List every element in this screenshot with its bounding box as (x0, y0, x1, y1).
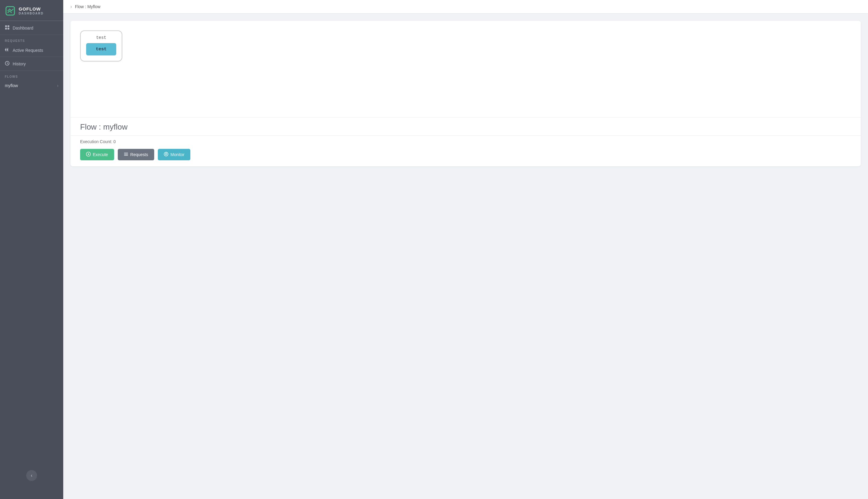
flow-title-section: Flow : myflow (71, 117, 861, 132)
execution-count-value: 0 (113, 139, 116, 144)
svg-rect-12 (124, 155, 128, 156)
svg-rect-10 (124, 153, 128, 154)
active-requests-label: Active Requests (13, 48, 43, 53)
main-content: › Flow : Myflow test test Flow : myflow … (63, 0, 868, 499)
breadcrumb-chevron-icon: › (71, 4, 72, 9)
flow-canvas: test test (71, 21, 861, 117)
execute-button[interactable]: Execute (80, 149, 114, 160)
breadcrumb: › Flow : Myflow (63, 0, 868, 14)
goflow-logo-icon (5, 5, 16, 16)
execute-icon (86, 152, 91, 157)
sidebar-item-dashboard[interactable]: Dashboard (0, 21, 63, 35)
requests-button[interactable]: Requests (118, 149, 154, 160)
dashboard-label: Dashboard (13, 26, 34, 31)
flow-node: test test (80, 31, 122, 61)
logo-text: GOFLOW DASHBOARD (19, 7, 44, 15)
flow-actions: Execute Requests (80, 149, 851, 160)
node-label: test (96, 35, 106, 40)
monitor-button[interactable]: Monitor (158, 149, 191, 160)
svg-marker-5 (5, 48, 6, 52)
svg-rect-2 (8, 25, 9, 27)
execute-label: Execute (93, 152, 108, 157)
svg-marker-9 (88, 154, 89, 155)
svg-point-15 (165, 154, 167, 155)
execution-count-label: Execution Count: (80, 139, 112, 144)
monitor-icon (164, 152, 169, 157)
active-requests-icon (5, 48, 10, 53)
sidebar-collapse-button[interactable]: ‹ (26, 470, 37, 481)
dashboard-icon (5, 25, 10, 31)
sidebar-item-history[interactable]: History (0, 57, 63, 71)
flows-section-label: FLOWS (0, 71, 63, 80)
collapse-icon: ‹ (31, 473, 32, 478)
svg-rect-1 (5, 25, 7, 27)
sidebar-logo: GOFLOW DASHBOARD (0, 0, 63, 21)
logo-subtitle: DASHBOARD (19, 12, 44, 15)
svg-rect-3 (5, 28, 7, 29)
svg-marker-6 (7, 48, 8, 52)
logo-title: GOFLOW (19, 7, 44, 12)
sidebar-item-active-requests[interactable]: Active Requests (0, 44, 63, 57)
flow-card: test test Flow : myflow Execution Count:… (71, 21, 861, 166)
execution-count: Execution Count: 0 (80, 139, 851, 144)
svg-rect-4 (8, 28, 9, 29)
chevron-right-icon: › (57, 83, 59, 88)
svg-rect-11 (124, 154, 128, 155)
breadcrumb-label: Flow : Myflow (75, 4, 101, 9)
monitor-label: Monitor (171, 152, 185, 157)
svg-rect-0 (6, 7, 14, 15)
history-label: History (13, 61, 26, 66)
requests-section-label: REQUESTS (0, 35, 63, 44)
flow-meta: Execution Count: 0 Execute (71, 135, 861, 166)
requests-label: Requests (131, 152, 148, 157)
flow-title: Flow : myflow (80, 122, 851, 132)
myflow-label: myflow (5, 83, 18, 88)
history-icon (5, 61, 10, 66)
node-block: test (86, 43, 116, 56)
sidebar: GOFLOW DASHBOARD Dashboard REQUESTS Acti… (0, 0, 63, 499)
sidebar-item-myflow[interactable]: myflow › (0, 80, 63, 92)
requests-icon (124, 152, 128, 157)
svg-rect-13 (125, 153, 125, 154)
